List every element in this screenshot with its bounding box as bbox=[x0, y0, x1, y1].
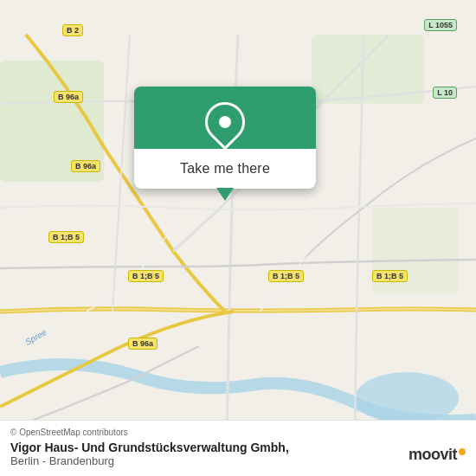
road-label-l1055: L 1055 bbox=[424, 19, 457, 31]
moovit-logo: moovit bbox=[408, 446, 466, 464]
place-name: Vigor Haus- Und Grundstücksverwaltung Gm… bbox=[10, 441, 466, 454]
road-label-b96a-2: B 96a bbox=[71, 160, 100, 172]
moovit-text: moovit bbox=[408, 446, 457, 464]
info-bar: © OpenStreetMap contributors Vigor Haus-… bbox=[0, 420, 476, 476]
place-location: Berlin - Brandenburg bbox=[10, 454, 466, 467]
road-label-b96a-1: B 96a bbox=[54, 91, 83, 103]
location-popup: Take me there bbox=[134, 87, 316, 189]
road-label-b96-btm: B 96a bbox=[128, 338, 158, 350]
take-me-there-button[interactable]: Take me there bbox=[134, 149, 316, 189]
road-label-b1b5-3: B 1;B 5 bbox=[372, 270, 408, 282]
copyright-text: © OpenStreetMap contributors bbox=[10, 428, 466, 437]
moovit-dot-icon bbox=[459, 448, 466, 455]
location-pin-icon bbox=[196, 93, 253, 150]
map-container: B 2 B 96a B 96a B 1;B 5 B 1;B 5 B 1;B 5 … bbox=[0, 0, 476, 476]
road-label-b1b5-2: B 1;B 5 bbox=[268, 270, 304, 282]
road-label-b2: B 2 bbox=[62, 24, 83, 36]
road-label-b1b5-1: B 1;B 5 bbox=[128, 270, 164, 282]
road-label-l10: L 10 bbox=[433, 87, 457, 99]
location-icon-area bbox=[188, 87, 262, 149]
road-label-b1b5-4: B 1;B 5 bbox=[48, 231, 84, 243]
location-pin-dot bbox=[219, 116, 231, 128]
